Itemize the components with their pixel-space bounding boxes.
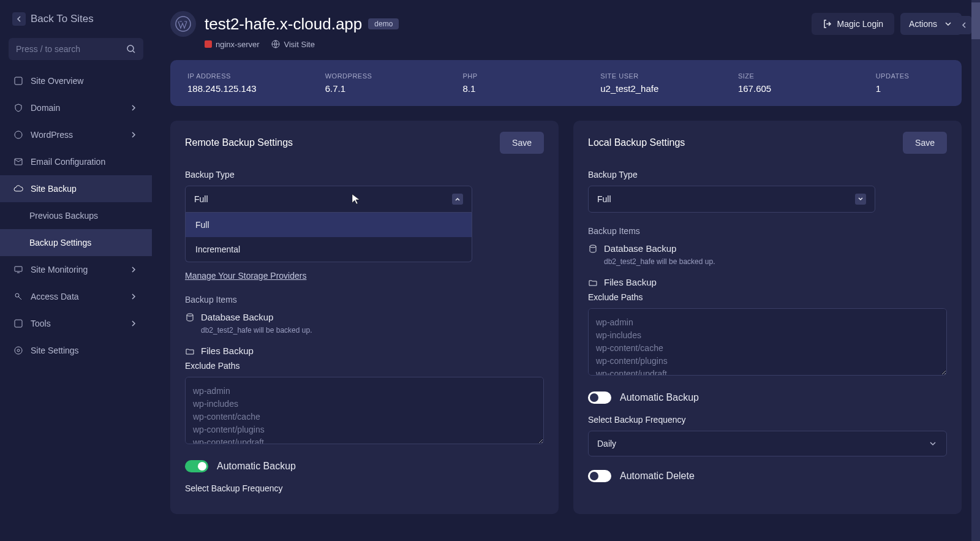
manage-storage-link[interactable]: Manage Your Storage Providers (185, 271, 306, 281)
nav: Site Overview Domain WordPress Email Con… (0, 67, 152, 364)
remote-auto-backup-toggle[interactable] (185, 460, 208, 472)
chevron-right-icon (129, 319, 138, 328)
local-frequency-select[interactable]: Daily (588, 431, 947, 456)
remote-exclude-paths[interactable] (185, 377, 544, 444)
db-backup-label: Database Backup (201, 312, 273, 322)
wordpress-logo (170, 11, 196, 37)
nav-sub-label: Backup Settings (29, 238, 91, 248)
info-label: UPDATES (876, 72, 944, 80)
button-label: Magic Login (837, 19, 884, 29)
info-label: SIZE (738, 72, 876, 80)
nginx-link[interactable]: nginx-server (205, 39, 260, 49)
info-label: WORDPRESS (325, 72, 463, 80)
field-label: Exclude Paths (185, 361, 544, 371)
dropdown-option-incremental[interactable]: Incremental (186, 237, 472, 262)
header: test2-hafe.x-cloud.app demo Magic Login … (152, 0, 980, 49)
info-label: PHP (462, 72, 600, 80)
svg-point-2 (15, 131, 22, 138)
nav-site-monitoring[interactable]: Site Monitoring (0, 256, 152, 283)
main: test2-hafe.x-cloud.app demo Magic Login … (152, 0, 980, 541)
cloud-icon (13, 184, 23, 194)
chevron-right-icon (129, 265, 138, 274)
collapse-panel-button[interactable] (957, 16, 971, 34)
toggle-label: Automatic Backup (217, 461, 296, 472)
nav-tools[interactable]: Tools (0, 310, 152, 337)
files-backup-label: Files Backup (604, 277, 657, 287)
backup-type-dropdown: Full Incremental (185, 213, 472, 262)
local-exclude-paths[interactable] (588, 308, 947, 376)
local-auto-backup-toggle[interactable] (588, 392, 611, 404)
globe-icon (271, 39, 281, 49)
sidebar: Back To Sites Site Overview Domain WordP… (0, 0, 152, 541)
back-to-sites[interactable]: Back To Sites (0, 10, 152, 38)
info-value: 188.245.125.143 (187, 83, 325, 94)
database-icon (588, 244, 598, 254)
actions-dropdown[interactable]: Actions (900, 13, 962, 35)
nav-label: Domain (31, 103, 60, 113)
nav-email[interactable]: Email Configuration (0, 148, 152, 175)
folder-icon (588, 278, 598, 287)
dropdown-option-full[interactable]: Full (186, 213, 472, 237)
svg-rect-1 (15, 77, 22, 85)
demo-badge: demo (368, 18, 399, 29)
info-label: IP ADDRESS (187, 72, 325, 80)
shield-icon (13, 103, 23, 113)
nav-domain[interactable]: Domain (0, 94, 152, 121)
db-backup-label: Database Backup (604, 243, 676, 254)
scrollbar[interactable] (971, 0, 980, 541)
monitor-icon (13, 265, 23, 274)
info-value: 8.1 (462, 83, 600, 94)
toggle-label: Automatic Delete (620, 471, 695, 482)
nav-label: WordPress (31, 130, 73, 140)
local-auto-delete-toggle[interactable] (588, 470, 611, 482)
tools-icon (13, 319, 23, 328)
search-wrap (9, 38, 143, 60)
info-bar: IP ADDRESS188.245.125.143 WORDPRESS6.7.1… (170, 60, 962, 106)
toggle-label: Automatic Backup (620, 392, 699, 403)
nav-access-data[interactable]: Access Data (0, 283, 152, 310)
folder-icon (185, 346, 195, 356)
back-label: Back To Sites (31, 13, 94, 25)
chevron-right-icon (129, 130, 138, 140)
local-save-button[interactable]: Save (903, 132, 947, 154)
nav-label: Site Settings (31, 346, 79, 355)
svg-point-7 (17, 349, 20, 352)
key-icon (13, 292, 23, 301)
caret-up-icon (452, 194, 463, 205)
local-backup-card: Local Backup Settings Save Backup Type F… (573, 121, 962, 514)
info-value: 6.7.1 (325, 83, 463, 94)
field-label: Backup Type (185, 170, 544, 180)
section-label: Backup Items (588, 226, 947, 236)
nav-label: Email Configuration (31, 157, 105, 167)
nav-sub-previous-backups[interactable]: Previous Backups (0, 202, 152, 229)
database-icon (185, 312, 195, 322)
nav-wordpress[interactable]: WordPress (0, 121, 152, 148)
nav-label: Tools (31, 319, 51, 328)
remote-backup-card: Remote Backup Settings Save Backup Type … (170, 121, 559, 514)
search-input[interactable] (16, 44, 126, 54)
button-label: Actions (909, 19, 937, 29)
wordpress-icon (13, 130, 23, 140)
db-backup-sub: db2_test2_hafe will be backed up. (604, 257, 947, 266)
mail-icon (13, 157, 23, 167)
magic-login-button[interactable]: Magic Login (812, 13, 895, 35)
select-value: Daily (597, 439, 616, 448)
nav-sub-backup-settings[interactable]: Backup Settings (0, 229, 152, 256)
section-label: Backup Items (185, 295, 544, 305)
gear-icon (13, 346, 23, 355)
info-label: SITE USER (600, 72, 738, 80)
nav-site-overview[interactable]: Site Overview (0, 67, 152, 94)
local-backup-type-select[interactable]: Full (588, 186, 875, 213)
remote-backup-type-select[interactable]: Full (185, 186, 472, 213)
scrollbar-thumb[interactable] (971, 2, 980, 39)
svg-point-8 (15, 347, 22, 354)
visit-site-link[interactable]: Visit Site (271, 39, 315, 49)
nav-site-settings[interactable]: Site Settings (0, 337, 152, 364)
search-icon (126, 44, 136, 54)
select-value: Full (597, 194, 611, 204)
svg-point-12 (590, 245, 596, 248)
nav-site-backup[interactable]: Site Backup (0, 175, 152, 202)
nav-label: Site Overview (31, 76, 83, 86)
remote-save-button[interactable]: Save (500, 132, 544, 154)
svg-point-0 (127, 45, 134, 51)
